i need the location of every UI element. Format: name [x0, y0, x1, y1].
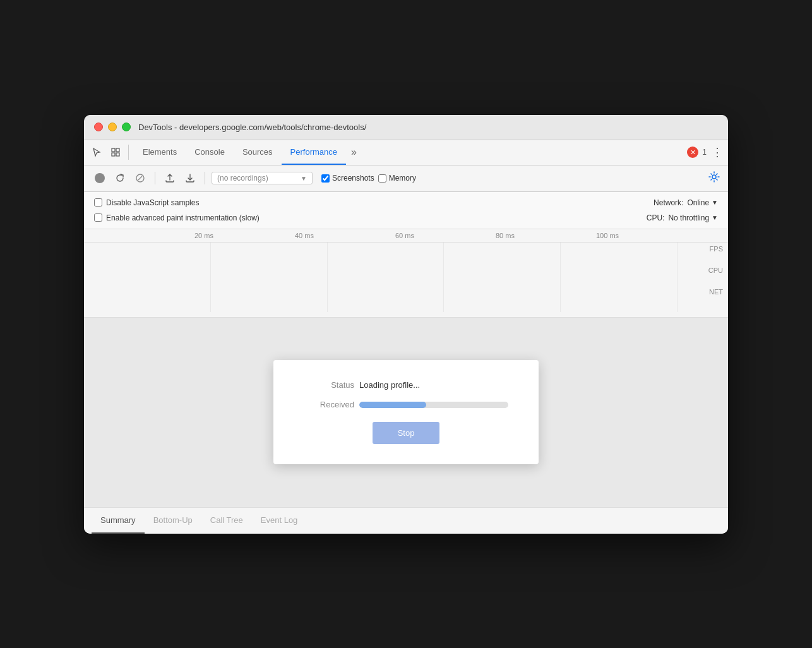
screenshots-label: Screenshots [332, 174, 374, 183]
progress-bar-fill [359, 402, 426, 408]
close-button[interactable] [94, 123, 103, 131]
ruler-mark-20: 20 ms [194, 229, 295, 242]
status-row: Status Loading profile... [304, 380, 508, 390]
grid-line-5 [561, 243, 678, 312]
net-label: NET [709, 288, 723, 296]
ruler-mark-80: 80 ms [496, 229, 596, 242]
settings-gear-icon[interactable] [708, 171, 720, 186]
memory-label: Memory [389, 174, 416, 183]
devtools-window: DevTools - developers.google.com/web/too… [84, 115, 728, 534]
inspect-icon[interactable] [108, 145, 123, 160]
recordings-value: (no recordings) [217, 174, 268, 183]
network-option: Network: Online ▼ [654, 198, 718, 207]
settings-panel: Disable JavaScript samples Network: Onli… [84, 192, 728, 229]
cpu-option: CPU: No throttling ▼ [647, 213, 718, 222]
fps-label: FPS [710, 245, 723, 253]
title-bar: DevTools - developers.google.com/web/too… [84, 115, 728, 140]
reload-button[interactable] [112, 170, 128, 186]
tab-performance[interactable]: Performance [282, 140, 346, 165]
network-arrow-icon: ▼ [712, 199, 718, 206]
minimize-button[interactable] [108, 123, 117, 131]
grid-line-1 [94, 243, 211, 312]
settings-row-2: Enable advanced paint instrumentation (s… [94, 213, 718, 222]
screenshots-option: Screenshots [321, 174, 374, 183]
screenshots-checkbox[interactable] [321, 174, 330, 183]
recordings-arrow-icon: ▼ [301, 175, 307, 182]
ruler-mark-60: 60 ms [395, 229, 496, 242]
maximize-button[interactable] [122, 123, 131, 131]
status-label: Status [304, 380, 354, 390]
record-icon [95, 173, 105, 183]
cancel-icon[interactable] [132, 170, 148, 186]
tab-right-actions: ✕ 1 ⋮ [687, 145, 723, 159]
svg-line-5 [138, 176, 142, 180]
bottom-tab-bottom-up[interactable]: Bottom-Up [145, 508, 201, 534]
menu-button[interactable]: ⋮ [712, 145, 723, 159]
cpu-dropdown[interactable]: No throttling ▼ [668, 213, 718, 222]
more-tabs-button[interactable]: » [346, 147, 362, 158]
received-row: Received [304, 400, 508, 409]
enable-paint-checkbox[interactable] [94, 213, 102, 222]
separator-2 [205, 172, 205, 184]
svg-rect-2 [112, 153, 115, 156]
network-value: Online [687, 198, 709, 207]
progress-bar [359, 402, 508, 408]
disable-js-label: Disable JavaScript samples [106, 198, 199, 207]
tab-console[interactable]: Console [186, 140, 234, 165]
separator-1 [155, 172, 155, 184]
bottom-tab-summary[interactable]: Summary [92, 508, 145, 534]
network-label: Network: [654, 198, 683, 207]
bottom-tab-call-tree[interactable]: Call Tree [201, 508, 252, 534]
ruler-mark-40: 40 ms [295, 229, 395, 242]
bottom-tab-bar: Summary Bottom-Up Call Tree Event Log [84, 507, 728, 534]
traffic-lights [94, 123, 131, 131]
ruler-mark-100: 100 ms [596, 229, 696, 242]
disable-js-option: Disable JavaScript samples [94, 198, 199, 207]
enable-paint-label: Enable advanced paint instrumentation (s… [106, 213, 260, 222]
settings-row-1: Disable JavaScript samples Network: Onli… [94, 198, 718, 207]
devtools-tab-bar: Elements Console Sources Performance » ✕… [84, 140, 728, 165]
grid-line-2 [211, 243, 328, 312]
cursor-icon[interactable] [89, 145, 104, 160]
window-title: DevTools - developers.google.com/web/too… [138, 123, 366, 132]
record-button[interactable] [92, 170, 108, 186]
ruler-spacer [94, 229, 194, 242]
cpu-value: No throttling [668, 213, 709, 222]
cpu-label: CPU: [647, 213, 665, 222]
svg-rect-3 [116, 153, 119, 156]
grid-lines [94, 243, 678, 312]
timeline-area: 20 ms 40 ms 60 ms 80 ms 100 ms FPS CPU N… [84, 229, 728, 318]
grid-line-3 [328, 243, 445, 312]
performance-toolbar: (no recordings) ▼ Screenshots Memory [84, 165, 728, 192]
error-indicator: ✕ 1 [687, 147, 707, 158]
memory-option: Memory [378, 174, 416, 183]
disable-js-checkbox[interactable] [94, 198, 102, 207]
loading-dialog: Status Loading profile... Received Stop [273, 360, 539, 464]
ruler-end-spacer [696, 229, 728, 242]
stop-button[interactable]: Stop [373, 422, 440, 444]
cpu-arrow-icon: ▼ [712, 214, 718, 221]
memory-checkbox[interactable] [378, 174, 386, 183]
error-count: 1 [702, 148, 707, 157]
svg-rect-0 [112, 148, 115, 152]
upload-button[interactable] [162, 170, 178, 186]
error-icon: ✕ [687, 147, 698, 158]
timeline-tracks: FPS CPU NET [84, 243, 728, 312]
main-content: Status Loading profile... Received Stop [84, 318, 728, 507]
network-dropdown[interactable]: Online ▼ [687, 198, 718, 207]
tab-list: Elements Console Sources Performance » [134, 140, 687, 165]
svg-point-6 [712, 175, 716, 179]
download-button[interactable] [182, 170, 198, 186]
recordings-dropdown[interactable]: (no recordings) ▼ [212, 172, 313, 184]
svg-rect-1 [116, 148, 119, 152]
cpu-track-label: CPU [708, 267, 723, 274]
received-label: Received [304, 400, 354, 409]
tab-elements[interactable]: Elements [134, 140, 186, 165]
timeline-ruler: 20 ms 40 ms 60 ms 80 ms 100 ms [84, 229, 728, 243]
status-value: Loading profile... [359, 380, 420, 390]
cursor-tools [89, 145, 129, 160]
bottom-tab-event-log[interactable]: Event Log [252, 508, 307, 534]
grid-line-4 [444, 243, 561, 312]
enable-paint-option: Enable advanced paint instrumentation (s… [94, 213, 260, 222]
tab-sources[interactable]: Sources [234, 140, 282, 165]
